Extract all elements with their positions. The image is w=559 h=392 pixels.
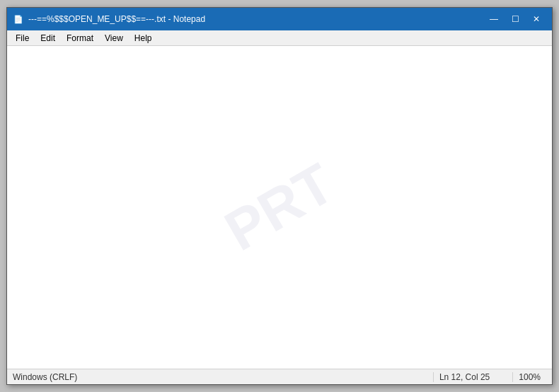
menu-help[interactable]: Help (129, 30, 158, 45)
notepad-window: 📄 ---==%$$$OPEN_ME_UP$$==---.txt - Notep… (6, 7, 553, 385)
status-position: Ln 12, Col 25 (433, 372, 495, 382)
text-editor[interactable] (7, 46, 552, 369)
maximize-button[interactable]: ☐ (505, 12, 525, 26)
title-bar-left: 📄 ---==%$$$OPEN_ME_UP$$==---.txt - Notep… (13, 13, 205, 25)
content-area: PRT (7, 46, 552, 369)
menu-edit[interactable]: Edit (35, 30, 61, 45)
menu-format[interactable]: Format (61, 30, 99, 45)
window-controls: — ☐ ✕ (484, 12, 546, 26)
close-button[interactable]: ✕ (526, 12, 546, 26)
status-zoom: 100% (512, 372, 546, 382)
app-icon: 📄 (13, 13, 24, 25)
status-bar: Windows (CRLF) Ln 12, Col 25 100% (7, 369, 552, 384)
menu-view[interactable]: View (99, 30, 129, 45)
title-bar: 📄 ---==%$$$OPEN_ME_UP$$==---.txt - Notep… (7, 8, 552, 30)
minimize-button[interactable]: — (484, 12, 504, 26)
status-encoding: Windows (CRLF) (13, 372, 83, 382)
menu-file[interactable]: File (10, 30, 35, 45)
menu-bar: File Edit Format View Help (7, 30, 552, 46)
window-title: ---==%$$$OPEN_ME_UP$$==---.txt - Notepad (28, 14, 205, 24)
